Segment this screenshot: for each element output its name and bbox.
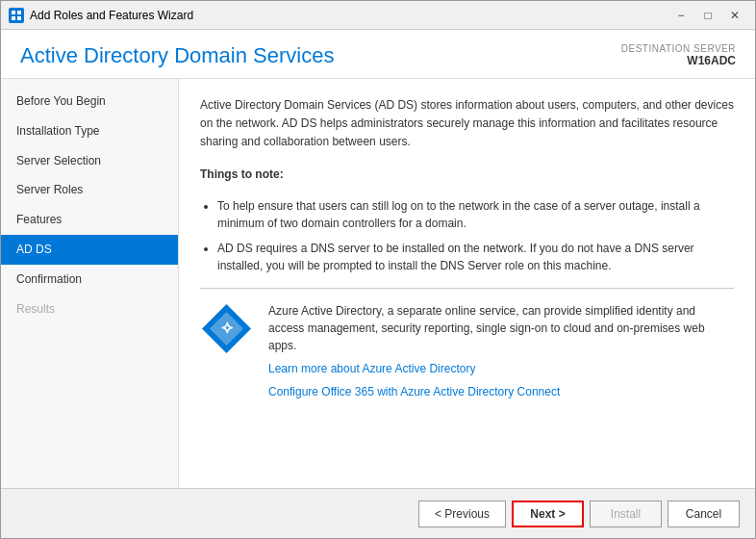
azure-link-configure[interactable]: Configure Office 365 with Azure Active D… (268, 383, 734, 400)
svg-rect-3 (17, 16, 21, 20)
svg-rect-0 (12, 11, 15, 14)
bullet-item-2: AD DS requires a DNS server to be instal… (217, 240, 734, 274)
things-to-note-label: Things to note: (200, 166, 734, 184)
content-body: Active Directory Domain Services (AD DS)… (200, 96, 734, 400)
wizard-footer: < Previous Next > Install Cancel (1, 488, 755, 538)
wizard-window: Add Roles and Features Wizard − □ ✕ Acti… (0, 0, 756, 539)
close-button[interactable]: ✕ (722, 6, 747, 25)
azure-paragraph: Azure Active Directory, a separate onlin… (268, 304, 705, 352)
minimize-button[interactable]: − (668, 6, 693, 25)
svg-rect-1 (17, 11, 21, 14)
bullet-list: To help ensure that users can still log … (217, 197, 734, 274)
intro-paragraph: Active Directory Domain Services (AD DS)… (200, 96, 734, 152)
server-name: W16ADC (621, 54, 736, 67)
sidebar-item-confirmation[interactable]: Confirmation (1, 265, 178, 295)
sidebar-item-server-roles[interactable]: Server Roles (1, 175, 178, 205)
page-title: Active Directory Domain Services (20, 43, 334, 68)
main-area: Before You Begin Installation Type Serve… (1, 79, 755, 488)
sidebar-item-before-you-begin[interactable]: Before You Begin (1, 87, 178, 116)
azure-section: ⟡ Azure Active Directory, a separate onl… (200, 302, 734, 400)
sidebar-item-features[interactable]: Features (1, 205, 178, 235)
content-area: Active Directory Domain Services (AD DS)… (179, 79, 755, 488)
separator (200, 288, 734, 289)
sidebar-item-results: Results (1, 295, 178, 324)
azure-icon: ⟡ (200, 302, 253, 355)
azure-icon-container: ⟡ (200, 302, 253, 355)
azure-text: Azure Active Directory, a separate onlin… (268, 302, 734, 400)
bullet-item-1: To help ensure that users can still log … (217, 197, 734, 232)
sidebar: Before You Begin Installation Type Serve… (1, 79, 179, 488)
window-controls: − □ ✕ (668, 6, 747, 25)
sidebar-item-installation-type[interactable]: Installation Type (1, 116, 178, 146)
title-bar: Add Roles and Features Wizard − □ ✕ (1, 1, 755, 30)
azure-link-learn-more[interactable]: Learn more about Azure Active Directory (268, 360, 734, 377)
cancel-button[interactable]: Cancel (668, 500, 740, 527)
app-icon (9, 8, 24, 23)
maximize-button[interactable]: □ (695, 6, 720, 25)
sidebar-item-server-selection[interactable]: Server Selection (1, 146, 178, 176)
destination-server-label: DESTINATION SERVER (621, 43, 736, 54)
window-title: Add Roles and Features Wizard (30, 9, 668, 22)
previous-button[interactable]: < Previous (418, 500, 506, 527)
install-button[interactable]: Install (590, 500, 662, 527)
sidebar-item-ad-ds[interactable]: AD DS (1, 235, 178, 265)
destination-server-info: DESTINATION SERVER W16ADC (621, 43, 736, 67)
svg-text:⟡: ⟡ (221, 318, 234, 337)
svg-rect-2 (12, 16, 15, 20)
next-button[interactable]: Next > (512, 500, 584, 527)
wizard-header: Active Directory Domain Services DESTINA… (1, 30, 755, 79)
